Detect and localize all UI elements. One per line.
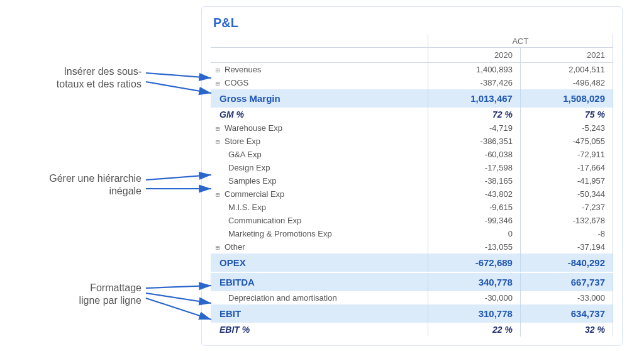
cell-value: 1,508,029 bbox=[520, 89, 613, 108]
row-ebitda: EBITDA 340,778 667,737 bbox=[211, 272, 613, 291]
cell-value: -60,038 bbox=[428, 148, 520, 161]
cell-value: 310,778 bbox=[428, 304, 520, 323]
row-gross-margin: Gross Margin 1,013,467 1,508,029 bbox=[211, 89, 613, 108]
row-label: Depreciation and amortisation bbox=[211, 291, 428, 304]
cell-value: -30,000 bbox=[428, 291, 520, 304]
cell-value: 32 % bbox=[520, 323, 613, 337]
table-row: G&A Exp -60,038 -72,911 bbox=[211, 148, 613, 161]
row-label: EBITDA bbox=[211, 272, 428, 291]
row-label: Gross Margin bbox=[211, 89, 428, 108]
row-label: Design Exp bbox=[211, 161, 428, 174]
cell-value: -4,719 bbox=[428, 121, 520, 135]
cell-value: 1,400,893 bbox=[428, 63, 520, 77]
cell-value: -475,055 bbox=[520, 135, 613, 148]
card-title: P&L bbox=[211, 13, 613, 34]
table-row: Depreciation and amortisation -30,000 -3… bbox=[211, 291, 613, 304]
cell-value: -13,055 bbox=[428, 240, 520, 254]
header-year-2020: 2020 bbox=[428, 48, 520, 63]
row-ebit-percent: EBIT % 22 % 32 % bbox=[211, 323, 613, 337]
expand-icon[interactable]: ⊞ bbox=[216, 191, 223, 199]
annotation-hierarchy: Gérer une hiérarchie inégale bbox=[16, 172, 142, 198]
expand-icon[interactable]: ⊞ bbox=[216, 125, 223, 133]
cell-value: 634,737 bbox=[520, 304, 613, 323]
row-gm-percent: GM % 72 % 75 % bbox=[211, 108, 613, 121]
row-label: Store Exp bbox=[225, 136, 260, 146]
row-label: Marketing & Promotions Exp bbox=[211, 227, 428, 240]
annotation-line: ligne par ligne bbox=[79, 295, 142, 306]
cell-value: 2,004,511 bbox=[520, 63, 613, 77]
table-row: ⊞Store Exp -386,351 -475,055 bbox=[211, 135, 613, 148]
row-label: Communication Exp bbox=[211, 214, 428, 227]
annotation-line: Formattage bbox=[90, 282, 142, 293]
table-row: M.I.S. Exp -9,615 -7,237 bbox=[211, 201, 613, 214]
table-row: Design Exp -17,598 -17,664 bbox=[211, 161, 613, 174]
cell-value: -50,344 bbox=[520, 187, 613, 201]
cell-value: -387,426 bbox=[428, 76, 520, 89]
row-label: EBIT % bbox=[211, 323, 428, 337]
cell-value: -72,911 bbox=[520, 148, 613, 161]
cell-value: -840,292 bbox=[520, 254, 613, 272]
table-header-group-row: ACT bbox=[211, 34, 613, 48]
header-spacer bbox=[211, 34, 428, 48]
table-row: Communication Exp -99,346 -132,678 bbox=[211, 214, 613, 227]
expand-icon[interactable]: ⊞ bbox=[216, 138, 223, 146]
annotation-line: totaux et des ratios bbox=[57, 79, 142, 89]
annotation-subtotals: Insérer des sous- totaux et des ratios bbox=[28, 65, 142, 91]
cell-value: -43,802 bbox=[428, 187, 520, 201]
pl-table: ACT 2020 2021 ⊞Revenues 1,400,893 2,004,… bbox=[211, 34, 613, 337]
cell-value: -5,243 bbox=[520, 121, 613, 135]
row-label: GM % bbox=[211, 108, 428, 121]
header-group-act: ACT bbox=[428, 34, 613, 48]
row-ebit: EBIT 310,778 634,737 bbox=[211, 304, 613, 323]
cell-value: 667,737 bbox=[520, 272, 613, 291]
cell-value: -38,165 bbox=[428, 174, 520, 187]
table-row: ⊞Warehouse Exp -4,719 -5,243 bbox=[211, 121, 613, 135]
row-label: G&A Exp bbox=[211, 148, 428, 161]
cell-value: 0 bbox=[428, 227, 520, 240]
row-label: Samples Exp bbox=[211, 174, 428, 187]
row-label: EBIT bbox=[211, 304, 428, 323]
row-label: M.I.S. Exp bbox=[211, 201, 428, 214]
annotation-line: inégale bbox=[109, 186, 142, 196]
annotation-formatting: Formattage ligne par ligne bbox=[50, 282, 142, 307]
cell-value: -496,482 bbox=[520, 76, 613, 89]
expand-icon[interactable]: ⊞ bbox=[216, 79, 223, 87]
cell-value: -41,957 bbox=[520, 174, 613, 187]
cell-value: -7,237 bbox=[520, 201, 613, 214]
header-spacer bbox=[211, 48, 428, 63]
cell-value: -99,346 bbox=[428, 214, 520, 227]
cell-value: -386,351 bbox=[428, 135, 520, 148]
cell-value: 75 % bbox=[520, 108, 613, 121]
annotation-line: Gérer une hiérarchie bbox=[49, 173, 142, 184]
cell-value: -17,664 bbox=[520, 161, 613, 174]
cell-value: -8 bbox=[520, 227, 613, 240]
cell-value: 1,013,467 bbox=[428, 89, 520, 108]
table-row: ⊞Commercial Exp -43,802 -50,344 bbox=[211, 187, 613, 201]
cell-value: -9,615 bbox=[428, 201, 520, 214]
cell-value: -17,598 bbox=[428, 161, 520, 174]
row-opex: OPEX -672,689 -840,292 bbox=[211, 254, 613, 272]
row-label: Warehouse Exp bbox=[225, 123, 282, 133]
cell-value: 340,778 bbox=[428, 272, 520, 291]
cell-value: 72 % bbox=[428, 108, 520, 121]
row-label: Commercial Exp bbox=[225, 189, 284, 199]
table-row: ⊞COGS -387,426 -496,482 bbox=[211, 76, 613, 89]
pl-card: P&L ACT 2020 2021 ⊞Revenues 1,400,893 2,… bbox=[201, 6, 623, 346]
row-label: Other bbox=[225, 242, 245, 252]
cell-value: 22 % bbox=[428, 323, 520, 337]
cell-value: -33,000 bbox=[520, 291, 613, 304]
table-row: Marketing & Promotions Exp 0 -8 bbox=[211, 227, 613, 240]
expand-icon[interactable]: ⊞ bbox=[216, 243, 223, 252]
expand-icon[interactable]: ⊞ bbox=[216, 66, 223, 74]
table-row: ⊞Revenues 1,400,893 2,004,511 bbox=[211, 63, 613, 77]
row-label: Revenues bbox=[225, 65, 262, 74]
table-header-years-row: 2020 2021 bbox=[211, 48, 613, 63]
header-year-2021: 2021 bbox=[520, 48, 613, 63]
annotation-line: Insérer des sous- bbox=[64, 66, 142, 77]
row-label: OPEX bbox=[211, 254, 428, 272]
table-row: Samples Exp -38,165 -41,957 bbox=[211, 174, 613, 187]
cell-value: -132,678 bbox=[520, 214, 613, 227]
cell-value: -37,194 bbox=[520, 240, 613, 254]
row-label: COGS bbox=[225, 78, 248, 87]
table-row: ⊞Other -13,055 -37,194 bbox=[211, 240, 613, 254]
